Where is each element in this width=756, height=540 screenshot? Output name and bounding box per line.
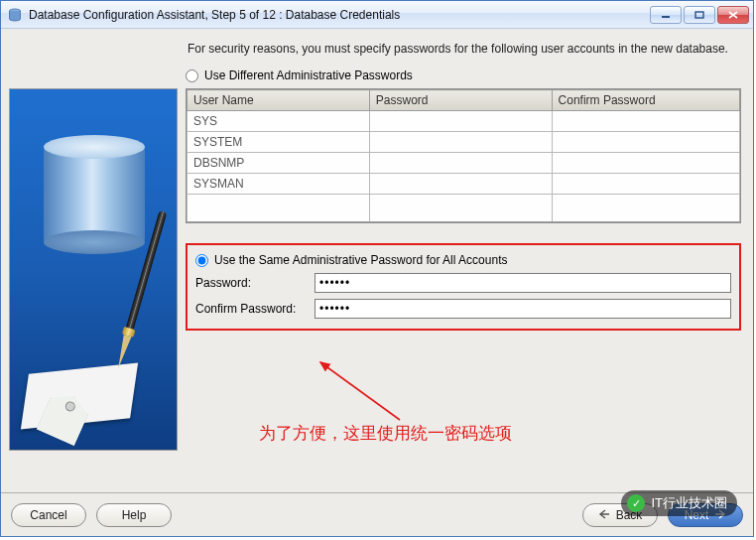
help-button[interactable]: Help <box>96 503 172 527</box>
col-user: User Name <box>188 90 370 111</box>
table-row: SYSTEM <box>188 132 740 153</box>
table-row: DBSNMP <box>188 153 740 174</box>
minimize-button[interactable] <box>650 6 682 24</box>
chevron-left-icon <box>598 508 610 522</box>
same-password-section: Use the Same Administrative Password for… <box>186 243 741 331</box>
option-different-label: Use Different Administrative Passwords <box>204 68 413 82</box>
wizard-side-image <box>9 88 178 451</box>
col-password: Password <box>369 90 552 111</box>
password-input[interactable] <box>315 273 731 293</box>
maximize-button[interactable] <box>684 6 715 24</box>
confirm-password-input[interactable] <box>315 299 731 319</box>
radio-different[interactable] <box>186 69 198 82</box>
option-same-label: Use the Same Administrative Password for… <box>214 253 507 267</box>
col-confirm: Confirm Password <box>552 90 739 111</box>
table-row: SYSMAN <box>188 174 740 195</box>
annotation-text: 为了方便，这里使用统一密码选项 <box>259 422 512 445</box>
credentials-table: User Name Password Confirm Password SYS <box>186 88 741 223</box>
titlebar: Database Configuration Assistant, Step 5… <box>1 1 753 29</box>
table-row: SYS <box>188 111 740 132</box>
svg-rect-2 <box>695 12 703 18</box>
option-different-passwords[interactable]: Use Different Administrative Passwords <box>186 68 741 82</box>
table-row <box>188 195 740 222</box>
option-same-password[interactable]: Use the Same Administrative Password for… <box>195 253 731 267</box>
cancel-button[interactable]: Cancel <box>11 503 86 527</box>
window-title: Database Configuration Assistant, Step 5… <box>29 8 650 22</box>
svg-rect-1 <box>662 16 670 18</box>
password-label: Password: <box>195 276 315 290</box>
close-button[interactable] <box>717 6 749 24</box>
watermark: ✓ IT行业技术圈 <box>621 490 737 516</box>
radio-same[interactable] <box>195 254 208 267</box>
confirm-password-label: Confirm Password: <box>195 302 315 316</box>
wechat-icon: ✓ <box>627 494 645 512</box>
app-icon <box>7 7 23 23</box>
intro-text: For security reasons, you must specify p… <box>188 41 739 57</box>
